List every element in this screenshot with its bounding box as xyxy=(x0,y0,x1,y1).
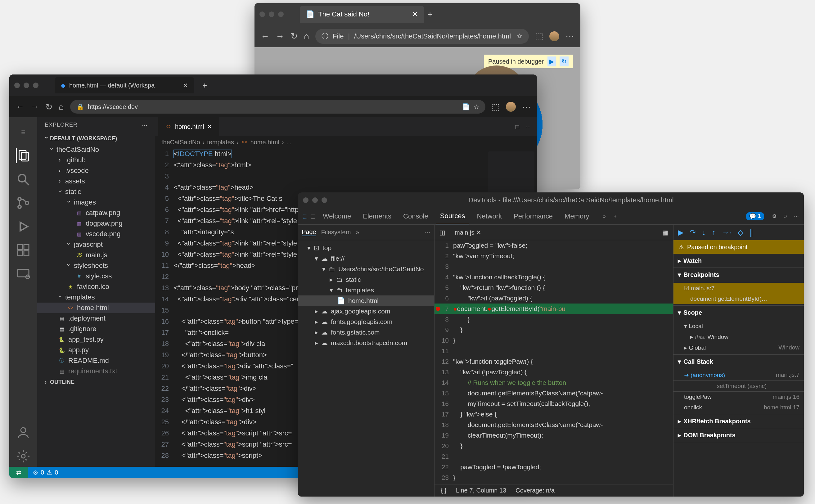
file-apptest[interactable]: 🐍app_test.py xyxy=(37,334,155,345)
search-icon[interactable] xyxy=(16,172,31,187)
issues-badge[interactable]: 💬 1 xyxy=(746,212,764,220)
more-icon[interactable]: ▦ xyxy=(662,229,668,236)
more-tabs-icon[interactable]: » xyxy=(603,214,606,219)
file-homehtml[interactable]: <>home.html xyxy=(37,303,155,313)
minimize-icon[interactable] xyxy=(312,197,318,203)
file-mainjs[interactable]: JSmain.js xyxy=(37,250,155,260)
tab-welcome[interactable]: Welcome xyxy=(318,209,355,224)
file-gitignore[interactable]: ▤.gitignore xyxy=(37,324,155,334)
breadcrumb[interactable]: theCatSaidNo › templates › <> home.html … xyxy=(155,136,537,148)
workspace-section[interactable]: › DEFAULT (WORKSPACE) xyxy=(37,133,155,144)
callframe-1[interactable]: togglePaw main.js:16 xyxy=(673,392,804,402)
xhr-section[interactable]: ▸ XHR/fetch Breakpoints xyxy=(673,414,804,428)
forward-button[interactable]: → xyxy=(30,102,39,112)
folder-templates[interactable]: ›templates xyxy=(37,292,155,303)
step-into-button[interactable]: ↓ xyxy=(702,228,706,237)
close-icon[interactable] xyxy=(14,83,20,88)
minimize-icon[interactable] xyxy=(24,83,29,88)
file-readme[interactable]: ⓘREADME.md xyxy=(37,355,155,366)
menu-icon[interactable]: ⋯ xyxy=(565,31,574,41)
callframe-2[interactable]: onclick home.html:17 xyxy=(673,402,804,413)
pause-exceptions-button[interactable]: ‖ xyxy=(750,228,753,237)
account-icon[interactable] xyxy=(16,425,31,440)
folder-vscode[interactable]: ›.vscode xyxy=(37,165,155,176)
lock-icon[interactable]: 🔒 xyxy=(76,103,84,110)
tab-sources[interactable]: Sources xyxy=(436,208,470,224)
extensions-icon[interactable] xyxy=(16,243,31,258)
minimize-icon[interactable] xyxy=(269,11,274,17)
reader-icon[interactable]: 📄 xyxy=(462,103,470,110)
tab-console[interactable]: Console xyxy=(399,209,433,224)
step-button[interactable]: →· xyxy=(722,228,732,237)
menu-icon[interactable]: ⋯ xyxy=(522,102,531,112)
tab-memory[interactable]: Memory xyxy=(560,209,593,224)
profile-avatar[interactable] xyxy=(506,102,516,112)
browser-tab[interactable]: 📄 The Cat said No! ✕ xyxy=(300,6,424,23)
remote-indicator[interactable]: ⇄ xyxy=(9,467,28,478)
scope-this[interactable]: ▸ this: Window xyxy=(673,331,804,342)
toggle-nav-icon[interactable]: ◫ xyxy=(439,229,445,236)
address-bar[interactable]: 🔒 https://vscode.dev 📄 ☆ xyxy=(70,100,485,114)
maximize-icon[interactable] xyxy=(33,83,38,88)
tree-users[interactable]: ▾🗀 Users/chris/src/theCatSaidNo xyxy=(298,264,434,274)
refresh-button[interactable]: ↻ xyxy=(290,31,298,41)
back-button[interactable]: ← xyxy=(261,31,269,41)
step-over-button[interactable]: ↷ xyxy=(690,228,696,237)
device-icon[interactable]: ⬚ xyxy=(311,213,315,219)
more-actions-icon[interactable]: ⋯ xyxy=(526,124,531,130)
editor-tab-home[interactable]: <> home.html ✕ xyxy=(158,117,219,136)
more-icon[interactable]: ⋯ xyxy=(794,213,799,219)
add-tab-icon[interactable]: + xyxy=(614,214,616,219)
scope-local[interactable]: ▾ Local xyxy=(673,321,804,331)
source-code[interactable]: 123456789101112131415161718192021222324 … xyxy=(435,240,673,484)
address-bar[interactable]: ⓘ File | /Users/chris/src/theCatSaidNo/t… xyxy=(315,29,529,44)
scope-header[interactable]: ▾ Scope xyxy=(673,306,804,319)
maximize-icon[interactable] xyxy=(322,197,327,203)
close-icon[interactable] xyxy=(303,197,308,203)
debug-icon[interactable] xyxy=(16,219,31,234)
outline-section[interactable]: › OUTLINE xyxy=(37,376,155,388)
profile-avatar[interactable] xyxy=(549,31,559,41)
tab-network[interactable]: Network xyxy=(472,209,506,224)
callframe-0[interactable]: ➜ (anonymous) main.js:7 xyxy=(673,370,804,380)
close-tab-icon[interactable]: ✕ xyxy=(207,123,212,130)
back-button[interactable]: ← xyxy=(16,102,24,112)
more-icon[interactable]: ⋯ xyxy=(142,122,148,128)
file-deployment[interactable]: ▤.deployment xyxy=(37,313,155,324)
refresh-button[interactable]: ↻ xyxy=(45,102,52,112)
deactivate-bp-button[interactable]: ◇ xyxy=(738,228,743,237)
tab-page[interactable]: Page xyxy=(302,228,316,236)
remote-icon[interactable] xyxy=(16,266,31,281)
watch-section[interactable]: ▸ Watch xyxy=(673,254,804,268)
problems-indicator[interactable]: ⊗0 ⚠0 xyxy=(28,469,63,476)
tree-ajax[interactable]: ▸☁ ajax.googleapis.com xyxy=(298,306,434,317)
maximize-icon[interactable] xyxy=(278,11,284,17)
tab-filesystem[interactable]: Filesystem xyxy=(321,229,351,236)
file-apppy[interactable]: 🐍app.py xyxy=(37,345,155,355)
explorer-icon[interactable] xyxy=(16,148,31,163)
file-tab-mainjs[interactable]: main.js ✕ xyxy=(455,229,481,236)
home-button[interactable]: ⌂ xyxy=(59,102,64,112)
file-dogpaw[interactable]: ▧dogpaw.png xyxy=(37,218,155,229)
new-tab-button[interactable]: + xyxy=(202,81,207,90)
close-tab-icon[interactable]: ✕ xyxy=(412,10,418,18)
file-catpaw[interactable]: ▧catpaw.png xyxy=(37,208,155,218)
forward-button[interactable]: → xyxy=(276,31,284,41)
tab-performance[interactable]: Performance xyxy=(509,209,557,224)
tree-maxcdn[interactable]: ▸☁ maxcdn.bootstrapcdn.com xyxy=(298,338,434,348)
breakpoint-item[interactable]: ☑ main.js:7 xyxy=(673,283,804,294)
extensions-icon[interactable]: ⬚ xyxy=(535,31,543,41)
scope-global[interactable]: ▸ Global Window xyxy=(673,342,804,353)
tree-fonts2[interactable]: ▸☁ fonts.gstatic.com xyxy=(298,327,434,338)
more-tabs-icon[interactable]: » xyxy=(356,229,359,236)
dom-bp-section[interactable]: ▸ DOM Breakpoints xyxy=(673,428,804,442)
breakpoint-marker[interactable] xyxy=(436,307,440,311)
folder-root[interactable]: ›theCatSaidNo xyxy=(37,144,155,155)
tree-fonts1[interactable]: ▸☁ fonts.googleapis.com xyxy=(298,317,434,327)
tree-static[interactable]: ▸🗀 static xyxy=(298,274,434,285)
folder-assets[interactable]: ›assets xyxy=(37,176,155,187)
file-favicon[interactable]: ★favicon.ico xyxy=(37,281,155,292)
extensions-icon[interactable]: ⬚ xyxy=(492,102,500,112)
home-button[interactable]: ⌂ xyxy=(304,31,309,41)
source-content[interactable]: pawToggled = "kw">false;"kw">var myTimeo… xyxy=(453,240,673,484)
